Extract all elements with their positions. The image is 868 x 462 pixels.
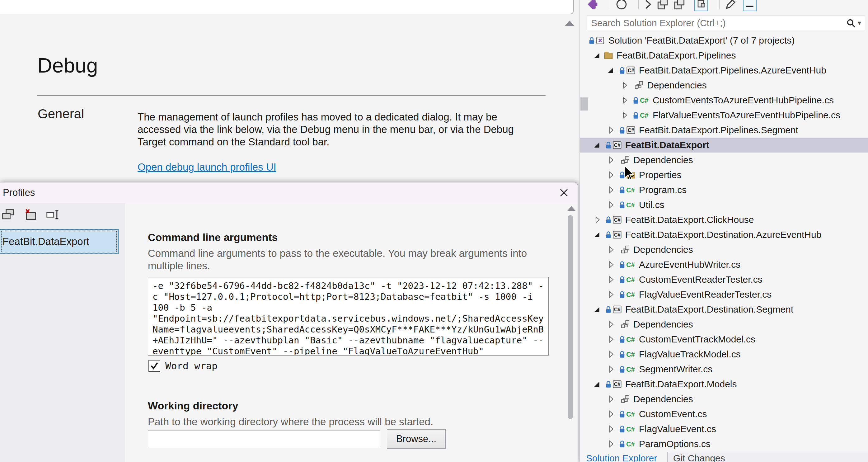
tree-item[interactable]: C#FlagValueEvent.cs bbox=[580, 422, 868, 436]
tab-solution-explorer[interactable]: Solution Explorer bbox=[580, 452, 668, 462]
tree-item-label: Dependencies bbox=[633, 394, 693, 404]
expander-collapsed-icon[interactable] bbox=[606, 275, 617, 284]
expander-collapsed-icon[interactable] bbox=[606, 319, 617, 329]
tree-item[interactable]: Properties bbox=[580, 167, 868, 182]
browse-button[interactable]: Browse... bbox=[387, 429, 446, 449]
tree-item[interactable]: Dependencies bbox=[580, 392, 868, 407]
expander-collapsed-icon[interactable] bbox=[606, 185, 617, 195]
collapse-all-icon[interactable] bbox=[656, 0, 670, 11]
csproj-icon: C# bbox=[612, 215, 623, 225]
tree-item[interactable]: Dependencies bbox=[580, 317, 868, 332]
expander-collapsed-icon[interactable] bbox=[606, 245, 617, 255]
restore-nesting-icon[interactable] bbox=[673, 0, 686, 11]
expander-collapsed-icon[interactable] bbox=[606, 394, 617, 404]
expander-collapsed-icon[interactable] bbox=[606, 364, 617, 374]
expander-collapsed-icon[interactable] bbox=[606, 349, 617, 359]
word-wrap-checkbox[interactable] bbox=[149, 360, 160, 372]
expander-collapsed-icon[interactable] bbox=[606, 424, 617, 434]
csfile-icon: C# bbox=[626, 424, 637, 434]
tree-item[interactable]: C#FlagValueEventReaderTester.cs bbox=[580, 287, 868, 302]
svg-text:C#: C# bbox=[628, 128, 634, 133]
expander-collapsed-icon[interactable] bbox=[620, 110, 631, 120]
expander-collapsed-icon[interactable] bbox=[606, 200, 617, 210]
expander-collapsed-icon[interactable] bbox=[606, 125, 617, 135]
tree-item[interactable]: FeatBit.DataExport.Pipelines bbox=[580, 48, 868, 63]
expander-collapsed-icon[interactable] bbox=[606, 289, 617, 300]
expander-expanded-icon[interactable] bbox=[592, 140, 603, 150]
expander-expanded-icon[interactable] bbox=[592, 305, 603, 314]
tree-item-label: Solution 'FeatBit.DataExport' (7 of 7 pr… bbox=[609, 35, 795, 46]
csproj-icon: C# bbox=[612, 230, 623, 240]
tree-item[interactable]: C#FeatBit.DataExport.Pipelines.Segment bbox=[580, 123, 868, 137]
show-all-files-icon[interactable] bbox=[694, 0, 708, 11]
tree-item[interactable]: C#FeatBit.DataExport.Models bbox=[580, 377, 868, 392]
preview-selected-items-icon[interactable] bbox=[743, 0, 756, 11]
solution-icon bbox=[595, 35, 606, 45]
profiles-dialog-titlebar[interactable]: Profiles bbox=[0, 182, 578, 203]
lock-icon bbox=[617, 275, 625, 284]
csfile-icon: C# bbox=[626, 349, 637, 359]
expander-expanded-icon[interactable] bbox=[592, 379, 603, 389]
expander-collapsed-icon[interactable] bbox=[606, 409, 617, 419]
expander-collapsed-icon[interactable] bbox=[606, 439, 617, 449]
dialog-scroll-up-icon[interactable] bbox=[567, 206, 576, 211]
sync-with-active-document-icon[interactable] bbox=[641, 0, 654, 11]
search-icon[interactable] bbox=[845, 18, 857, 29]
command-line-arguments-input[interactable]: -e "32f6be54-6796-44dd-bc82-f4824b0da13c… bbox=[148, 277, 549, 356]
dependencies-icon bbox=[620, 245, 631, 255]
tree-item[interactable]: C#CustomEventsToAzureEventHubPipeline.cs bbox=[580, 93, 868, 108]
tree-item[interactable]: C#CustomEvent.cs bbox=[580, 407, 868, 422]
tree-item[interactable]: C#SegmentWriter.cs bbox=[580, 362, 868, 377]
tree-item[interactable]: C#FeatBit.DataExport.Pipelines.AzureEven… bbox=[580, 63, 868, 78]
svg-text:C#: C# bbox=[628, 68, 634, 73]
open-debug-launch-profiles-link[interactable]: Open debug launch profiles UI bbox=[137, 161, 276, 173]
tree-item-label: CustomEventTrackModel.cs bbox=[639, 334, 755, 345]
tree-item[interactable]: C#AzureEventHubWriter.cs bbox=[580, 257, 868, 272]
close-icon[interactable] bbox=[557, 186, 571, 199]
csfile-icon: C# bbox=[640, 110, 650, 120]
csproj-icon: C# bbox=[612, 305, 623, 314]
tree-item[interactable]: Dependencies bbox=[580, 153, 868, 167]
tree-item[interactable]: C#Util.cs bbox=[580, 197, 868, 212]
refresh-icon[interactable] bbox=[615, 0, 628, 11]
expander-expanded-icon[interactable] bbox=[592, 51, 603, 60]
expander-collapsed-icon[interactable] bbox=[606, 170, 617, 180]
profile-list-item[interactable]: FeatBit.DataExport bbox=[0, 229, 119, 254]
tree-item[interactable]: Dependencies bbox=[580, 242, 868, 257]
tree-item[interactable]: C#FeatBit.DataExport.Destination.Segment bbox=[580, 302, 868, 317]
expander-expanded-icon[interactable] bbox=[606, 65, 617, 75]
dialog-scrollbar-thumb[interactable] bbox=[568, 215, 573, 419]
working-directory-input[interactable] bbox=[148, 431, 380, 448]
expander-collapsed-icon[interactable] bbox=[606, 334, 617, 344]
edit-icon[interactable] bbox=[723, 0, 737, 11]
search-input[interactable] bbox=[587, 18, 845, 28]
expander-collapsed-icon[interactable] bbox=[592, 215, 603, 225]
tree-item[interactable]: C#CustomEventTrackModel.cs bbox=[580, 332, 868, 347]
tree-item[interactable]: C#CustomEventReaderTester.cs bbox=[580, 272, 868, 287]
svg-text:C#: C# bbox=[626, 366, 634, 373]
expander-expanded-icon[interactable] bbox=[592, 230, 603, 240]
delete-profile-icon[interactable] bbox=[23, 208, 38, 222]
page-title: Debug bbox=[37, 54, 98, 77]
tree-item[interactable]: Dependencies bbox=[580, 78, 868, 93]
document-scroll-up-icon[interactable] bbox=[565, 21, 574, 26]
csfile-icon: C# bbox=[626, 439, 637, 449]
svg-text:C#: C# bbox=[626, 411, 634, 418]
tree-item[interactable]: C#FeatBit.DataExport bbox=[580, 137, 868, 153]
tree-item[interactable]: C#FlatValueEventsToAzureEventHubPipeline… bbox=[580, 108, 868, 123]
tree-item[interactable]: Solution 'FeatBit.DataExport' (7 of 7 pr… bbox=[580, 33, 868, 48]
tree-item[interactable]: C#ParamOptions.cs bbox=[580, 436, 868, 452]
tree-item[interactable]: C#FeatBit.DataExport.ClickHouse bbox=[580, 212, 868, 227]
expander-collapsed-icon[interactable] bbox=[620, 95, 631, 105]
switch-views-icon[interactable] bbox=[585, 0, 598, 11]
duplicate-profile-icon[interactable] bbox=[1, 208, 16, 222]
expander-collapsed-icon[interactable] bbox=[606, 155, 617, 165]
tree-item[interactable]: C#Program.cs bbox=[580, 182, 868, 197]
search-options-chevron-down-icon[interactable]: ▾ bbox=[858, 19, 861, 27]
tab-git-changes[interactable]: Git Changes bbox=[668, 453, 725, 462]
expander-collapsed-icon[interactable] bbox=[606, 259, 617, 270]
tree-item[interactable]: C#FeatBit.DataExport.Destination.AzureEv… bbox=[580, 227, 868, 242]
rename-profile-icon[interactable] bbox=[45, 208, 60, 222]
tree-item[interactable]: C#FlagValueTrackModel.cs bbox=[580, 347, 868, 362]
expander-collapsed-icon[interactable] bbox=[620, 80, 631, 90]
